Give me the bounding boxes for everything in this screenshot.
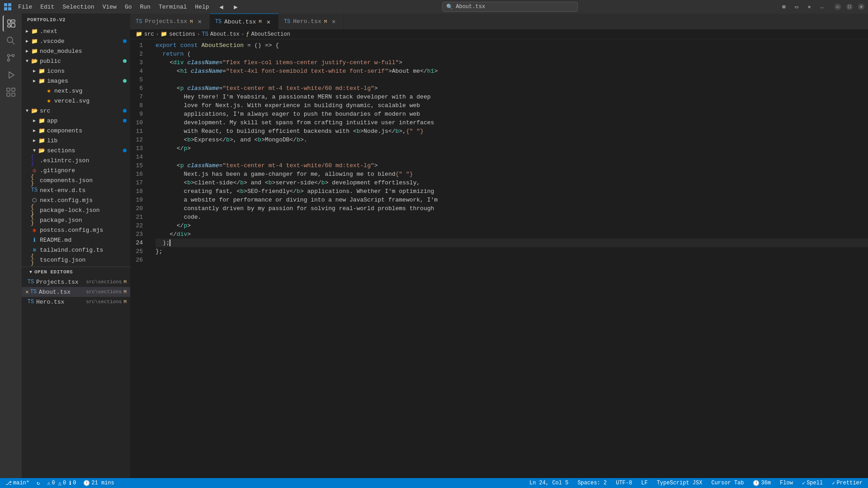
git-branch-item[interactable]: ⎇ main* <box>4 478 31 488</box>
activity-extensions[interactable] <box>3 84 19 100</box>
spell-item[interactable]: ✓ Spell <box>800 478 825 488</box>
open-editors-header[interactable]: ▼ OPEN EDITORS <box>22 267 130 277</box>
line-num: 5 <box>130 75 146 84</box>
tsx-icon: TS <box>215 19 222 25</box>
info-icon: ℹ <box>69 480 71 487</box>
breadcrumb-symbol[interactable]: ƒ AboutSection <box>246 31 290 38</box>
encoding-text: UTF-8 <box>616 480 632 486</box>
tsx-icon: TS <box>27 298 34 305</box>
eol-item[interactable]: LF <box>639 478 649 488</box>
tree-label: .gitignore <box>40 167 130 174</box>
tab-projects[interactable]: TS Projects.tsx M ✕ <box>130 14 210 29</box>
prettier-item[interactable]: ✓ Prettier <box>830 478 864 488</box>
menu-selection[interactable]: Selection <box>59 3 98 11</box>
sidebar-item-next-svg[interactable]: ▶ ✱ next.svg <box>22 86 130 96</box>
menu-view[interactable]: View <box>99 3 120 11</box>
code-line-7: Hey there! I'm Yeabsira, a passionate ME… <box>156 93 868 101</box>
tab-hero[interactable]: TS Hero.tsx M ✕ <box>278 14 344 29</box>
sidebar-item-components-json[interactable]: ▶ { } components.json <box>22 175 130 185</box>
language-item[interactable]: TypeScript JSX <box>655 478 704 488</box>
sidebar-item-sections[interactable]: ▼ 📂 sections <box>22 145 130 155</box>
modified-indicator: M <box>123 299 127 305</box>
activity-explorer[interactable] <box>3 15 19 32</box>
sidebar-item-icons[interactable]: ▶ 📁 icons <box>22 66 130 76</box>
sidebar-item-gitignore[interactable]: ▶ ◎ .gitignore <box>22 165 130 175</box>
sidebar-item-postcss[interactable]: ▶ ◉ postcss.config.mjs <box>22 225 130 235</box>
errors-item[interactable]: ⚠ 0 △ 0 ℹ 0 <box>45 478 78 488</box>
sidebar-item-next-config[interactable]: ▶ ⬡ next.config.mjs <box>22 195 130 205</box>
sidebar-item-readme[interactable]: ▶ ℹ README.md <box>22 235 130 245</box>
menu-file[interactable]: File <box>14 3 36 11</box>
menu-run[interactable]: Run <box>136 3 154 11</box>
minimize-button[interactable]: — <box>835 4 841 10</box>
ln-col-item[interactable]: Ln 24, Col 5 <box>528 478 570 488</box>
sidebar-item-vscode[interactable]: ▶ 📁 .vscode <box>22 36 130 46</box>
tab-close-button[interactable]: ✕ <box>196 18 204 26</box>
open-editor-about[interactable]: ✕ TS About.tsx src\sections M <box>22 287 130 297</box>
code-line-22: </p> <box>156 221 868 230</box>
open-editor-projects[interactable]: TS Projects.tsx src\sections M <box>22 277 130 287</box>
sidebar-item-next-env[interactable]: ▶ TS next-env.d.ts <box>22 185 130 195</box>
close-icon[interactable]: ✕ <box>25 288 29 296</box>
breadcrumb-sections[interactable]: 📁 sections <box>160 31 195 38</box>
code-content[interactable]: export const AboutSection = () => { retu… <box>152 41 868 478</box>
activity-search[interactable] <box>3 33 19 49</box>
sidebar-item-node-modules[interactable]: ▶ 📁 node_modules <box>22 46 130 56</box>
sidebar-item-vercel-svg[interactable]: ▶ ✱ vercel.svg <box>22 96 130 106</box>
tsx-icon: TS <box>136 19 142 25</box>
sidebar-item-public[interactable]: ▼ 📂 public <box>22 56 130 66</box>
tree-label: Hero.tsx <box>36 299 84 305</box>
nav-back-button[interactable]: ◀ <box>216 2 227 12</box>
more-icon[interactable]: … <box>816 3 827 11</box>
encoding-item[interactable]: UTF-8 <box>614 478 634 488</box>
close-panel-icon[interactable]: ✕ <box>804 3 815 11</box>
spaces-item[interactable]: Spaces: 2 <box>576 478 609 488</box>
sidebar-item-next[interactable]: ▶ 📁 .next <box>22 26 130 36</box>
activity-debug[interactable] <box>3 67 19 83</box>
tree-label: .vscode <box>40 38 123 45</box>
svg-rect-0 <box>4 3 7 6</box>
panel-icon[interactable]: ▭ <box>791 3 802 11</box>
svg-rect-4 <box>8 20 10 23</box>
breadcrumb-file[interactable]: TS About.tsx <box>202 31 239 38</box>
menu-terminal[interactable]: Terminal <box>155 3 190 11</box>
nav-forward-button[interactable]: ▶ <box>230 2 242 12</box>
code-line-2: return ( <box>156 50 868 58</box>
sidebar-item-tsconfig[interactable]: ▶ { } tsconfig.json <box>22 255 130 265</box>
sidebar-item-images[interactable]: ▶ 📁 images <box>22 76 130 86</box>
cursor-tab-item[interactable]: Cursor Tab <box>709 478 745 488</box>
sidebar-item-package-lock[interactable]: ▶ { } package-lock.json <box>22 205 130 215</box>
sidebar-item-components[interactable]: ▶ 📁 components <box>22 126 130 136</box>
layout-icon[interactable]: ⊞ <box>778 3 789 11</box>
menu-go[interactable]: Go <box>121 3 136 11</box>
time-item[interactable]: 🕐 21 mins <box>81 478 116 488</box>
tab-about[interactable]: TS About.tsx M ✕ <box>210 14 278 29</box>
close-button[interactable]: ✕ <box>858 4 864 10</box>
code-editor[interactable]: 1 2 3 4 5 6 7 8 9 10 11 12 13 14 15 16 1… <box>130 39 868 478</box>
sidebar-item-src[interactable]: ▼ 📂 src <box>22 106 130 116</box>
sync-item[interactable]: ↻ <box>35 478 42 488</box>
folder-icon: 📁 <box>31 28 38 35</box>
open-editor-hero[interactable]: TS Hero.tsx src\sections M <box>22 297 130 307</box>
line-num: 11 <box>130 127 146 136</box>
tab-close-button[interactable]: ✕ <box>330 18 338 26</box>
sidebar-item-eslintrc[interactable]: ▶ { } .eslintrc.json <box>22 155 130 165</box>
svg-rect-7 <box>8 25 10 27</box>
sidebar-item-package-json[interactable]: ▶ { } package.json <box>22 215 130 225</box>
sidebar-item-app[interactable]: ▶ 📁 app <box>22 116 130 126</box>
activity-source-control[interactable] <box>3 50 19 66</box>
sidebar-item-tailwind[interactable]: ▶ ≋ tailwind.config.ts <box>22 245 130 255</box>
editor-area: TS Projects.tsx M ✕ TS About.tsx M ✕ TS … <box>130 14 868 478</box>
tab-close-button[interactable]: ✕ <box>264 18 273 26</box>
search-box[interactable]: 🔍 About.tsx <box>442 2 578 12</box>
menu-edit[interactable]: Edit <box>37 3 58 11</box>
sidebar-item-lib[interactable]: ▶ 📁 lib <box>22 136 130 145</box>
menu-help[interactable]: Help <box>191 3 212 11</box>
time-display-item[interactable]: 🕐 36m <box>751 478 773 488</box>
maximize-button[interactable]: □ <box>846 4 853 10</box>
flow-item[interactable]: Flow <box>778 478 795 488</box>
breadcrumb-src[interactable]: 📁 src <box>136 31 154 38</box>
line-num: 23 <box>130 230 146 239</box>
arrow-icon: ▼ <box>24 107 31 114</box>
folder-open-icon: 📂 <box>31 57 38 65</box>
